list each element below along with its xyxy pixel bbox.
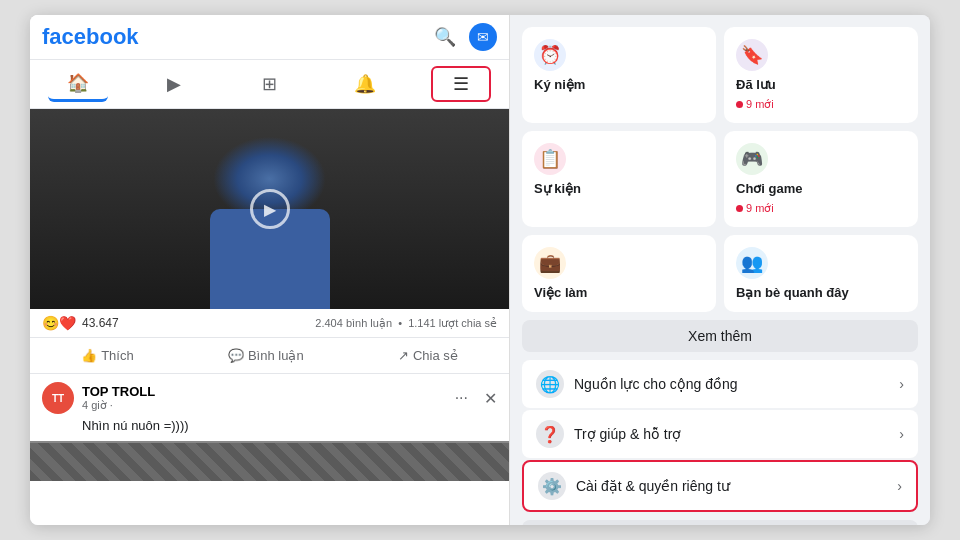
tro-giup-icon: ❓ <box>536 420 564 448</box>
like-button[interactable]: 👍 Thích <box>69 342 146 369</box>
comment-button[interactable]: 💬 Bình luận <box>216 342 316 369</box>
like-count: 43.647 <box>82 316 119 330</box>
badge-dot-game <box>736 205 743 212</box>
messenger-icon[interactable]: ✉ <box>469 23 497 51</box>
xem-them-button[interactable]: Xem thêm <box>522 320 918 352</box>
menu-item-viec-lam[interactable]: 💼 Việc làm <box>522 235 716 312</box>
ky-niem-label: Ký niệm <box>534 77 704 92</box>
viec-lam-icon: 💼 <box>534 247 566 279</box>
minecraft-bar <box>30 441 509 481</box>
post-actions: 👍 Thích 💬 Bình luận ↗ Chia sẻ <box>30 338 509 374</box>
menu-item-choi-game[interactable]: 🎮 Chơi game 9 mới <box>724 131 918 227</box>
commenter-name: TOP TROLL <box>82 384 155 399</box>
header-icons: 🔍 ✉ <box>431 23 497 51</box>
choi-game-badge: 9 mới <box>736 202 906 215</box>
menu-item-ky-niem[interactable]: ⏰ Ký niệm <box>522 27 716 123</box>
commenter-avatar: TT <box>42 382 74 414</box>
fb-header: facebook 🔍 ✉ <box>30 15 509 60</box>
video-area[interactable]: ▶ <box>30 109 509 309</box>
badge-dot <box>736 101 743 108</box>
play-button[interactable]: ▶ <box>250 189 290 229</box>
tro-giup-label: Trợ giúp & hỗ trợ <box>574 426 681 442</box>
reaction-icons: 😊❤️ <box>42 315 76 331</box>
da-luu-badge: 9 mới <box>736 98 906 111</box>
cai-dat-label: Cài đặt & quyền riêng tư <box>576 478 730 494</box>
nav-groups[interactable]: ⊞ <box>239 66 299 102</box>
su-kien-icon: 📋 <box>534 143 566 175</box>
nav-menu[interactable]: ☰ <box>431 66 491 102</box>
nav-video[interactable]: ▶ <box>144 66 204 102</box>
chevron-icon-3: › <box>897 478 902 494</box>
left-panel: facebook 🔍 ✉ 🏠 ▶ ⊞ 🔔 ☰ ▶ 😊❤️ 43.647 2.40… <box>30 15 510 525</box>
chevron-icon-2: › <box>899 426 904 442</box>
menu-list: 🌐 Nguồn lực cho cộng đồng › ❓ Trợ giúp &… <box>510 360 930 512</box>
chevron-icon: › <box>899 376 904 392</box>
close-icon[interactable]: ✕ <box>484 389 497 408</box>
menu-tro-giup[interactable]: ❓ Trợ giúp & hỗ trợ › <box>522 410 918 458</box>
share-button[interactable]: ↗ Chia sẻ <box>386 342 470 369</box>
su-kien-label: Sự kiện <box>534 181 704 196</box>
menu-nguon-luc[interactable]: 🌐 Nguồn lực cho cộng đồng › <box>522 360 918 408</box>
reaction-stats: 2.404 bình luận • 1.141 lượt chia sẻ <box>315 317 497 330</box>
da-luu-label: Đã lưu <box>736 77 906 92</box>
fb-nav: 🏠 ▶ ⊞ 🔔 ☰ <box>30 60 509 109</box>
menu-item-da-luu[interactable]: 🔖 Đã lưu 9 mới <box>724 27 918 123</box>
dangxuat-button[interactable]: Đăng xuất <box>522 520 918 525</box>
nav-bell[interactable]: 🔔 <box>335 66 395 102</box>
menu-cai-dat[interactable]: ⚙️ Cài đặt & quyền riêng tư › <box>522 460 918 512</box>
choi-game-icon: 🎮 <box>736 143 768 175</box>
commenter-meta: TOP TROLL 4 giờ · <box>82 384 155 412</box>
ky-niem-icon: ⏰ <box>534 39 566 71</box>
commenter-time: 4 giờ · <box>82 399 155 412</box>
menu-grid: ⏰ Ký niệm 🔖 Đã lưu 9 mới 📋 Sự kiện 🎮 Chơ… <box>510 15 930 320</box>
commenter-info: TT TOP TROLL 4 giờ · ··· ✕ <box>42 382 497 414</box>
comment-section: TT TOP TROLL 4 giờ · ··· ✕ Nhìn nú nuôn … <box>30 374 509 441</box>
share-icon: ↗ <box>398 348 409 363</box>
thumbsup-icon: 👍 <box>81 348 97 363</box>
menu-item-ban-be[interactable]: 👥 Bạn bè quanh đây <box>724 235 918 312</box>
da-luu-icon: 🔖 <box>736 39 768 71</box>
ban-be-icon: 👥 <box>736 247 768 279</box>
nguon-luc-icon: 🌐 <box>536 370 564 398</box>
nav-home[interactable]: 🏠 <box>48 66 108 102</box>
ban-be-label: Bạn bè quanh đây <box>736 285 906 300</box>
comment-text: Nhìn nú nuôn =)))) <box>42 418 497 433</box>
comment-icon: 💬 <box>228 348 244 363</box>
cai-dat-icon: ⚙️ <box>538 472 566 500</box>
viec-lam-label: Việc làm <box>534 285 704 300</box>
comment-menu-icon[interactable]: ··· <box>455 389 468 407</box>
right-panel: ⏰ Ký niệm 🔖 Đã lưu 9 mới 📋 Sự kiện 🎮 Chơ… <box>510 15 930 525</box>
choi-game-label: Chơi game <box>736 181 906 196</box>
facebook-logo: facebook <box>42 24 139 50</box>
nguon-luc-label: Nguồn lực cho cộng đồng <box>574 376 738 392</box>
menu-item-su-kien[interactable]: 📋 Sự kiện <box>522 131 716 227</box>
search-icon[interactable]: 🔍 <box>431 23 459 51</box>
post-reactions: 😊❤️ 43.647 2.404 bình luận • 1.141 lượt … <box>30 309 509 338</box>
